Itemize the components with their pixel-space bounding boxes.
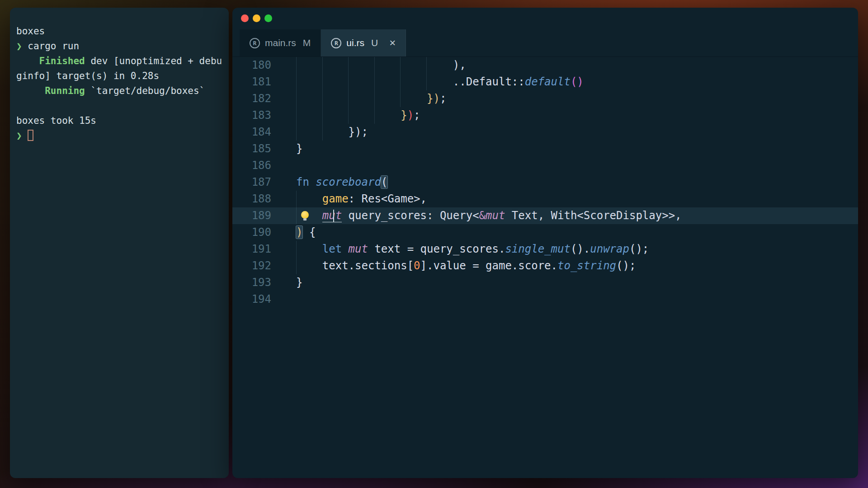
- code-token: fn: [296, 176, 316, 188]
- terminal-line: Finished dev [unoptimized + debu: [16, 54, 224, 69]
- line-number: 186: [232, 157, 271, 174]
- code-token: ();: [616, 259, 636, 272]
- indent-guide: [374, 90, 375, 107]
- terminal-text: ginfo] target(s) in 0.28s: [16, 70, 159, 81]
- code-token: single_mut: [505, 243, 571, 255]
- terminal-text: Finished: [39, 56, 85, 66]
- code-line[interactable]: 187fn scoreboard(: [232, 174, 858, 191]
- code-token: ..Default::: [296, 75, 525, 88]
- minimize-window-button[interactable]: [253, 14, 260, 22]
- terminal-text: took: [45, 115, 79, 126]
- terminal-line: [16, 99, 224, 113]
- code-text: ),: [296, 57, 858, 74]
- code-text: ) {: [296, 224, 858, 241]
- code-token: query_scores: Query<: [342, 209, 479, 222]
- code-line[interactable]: 188 game: Res<Game>,: [232, 191, 858, 207]
- code-token: : Res<Game>,: [349, 192, 427, 205]
- code-token: game: [322, 192, 349, 205]
- code-line[interactable]: 193}: [232, 274, 858, 291]
- line-number: 191: [232, 241, 271, 258]
- code-token: [296, 192, 322, 205]
- indent-guide: [348, 74, 349, 90]
- code-text: fn scoreboard(: [296, 174, 858, 191]
- line-number: 183: [232, 107, 271, 124]
- indent-guide: [322, 107, 323, 124]
- terminal-text: `target/debug/boxes`: [85, 85, 205, 96]
- indent-guide: [400, 74, 401, 90]
- code-token: }: [296, 276, 302, 289]
- lightbulb-icon[interactable]: [301, 211, 309, 219]
- code-token: [296, 243, 322, 255]
- line-number: 187: [232, 174, 271, 191]
- indent-guide: [348, 90, 349, 107]
- code-line[interactable]: 180 ),: [232, 57, 858, 74]
- terminal-text: Running: [45, 85, 85, 96]
- code-line[interactable]: 189 mut query_scores: Query<&mut Text, W…: [232, 207, 858, 224]
- terminal-output[interactable]: boxes❯ cargo run Finished dev [unoptimiz…: [10, 8, 229, 143]
- code-text: ..Default::default(): [296, 74, 858, 90]
- code-text: });: [296, 107, 858, 124]
- code-token: [296, 259, 322, 272]
- code-line[interactable]: 191 let mut text = query_scores.single_m…: [232, 241, 858, 258]
- tab-close-icon[interactable]: ×: [389, 37, 396, 49]
- indent-guide: [426, 57, 427, 74]
- indent-guide: [400, 57, 401, 74]
- code-token: mut: [322, 209, 342, 222]
- indent-guide: [296, 124, 297, 141]
- tab-ui-rs[interactable]: R ui.rs U ×: [321, 29, 406, 56]
- indent-guide: [322, 90, 323, 107]
- code-text: }: [296, 274, 858, 291]
- code-text: });: [296, 90, 858, 107]
- code-token: text = query_scores.: [368, 243, 505, 255]
- terminal-line: boxes took 15s: [16, 113, 224, 128]
- terminal-text: boxes: [16, 26, 45, 37]
- terminal-text: dev [unoptimized + debu: [85, 56, 222, 66]
- close-window-button[interactable]: [241, 14, 249, 22]
- code-token: scoreboard: [316, 176, 381, 188]
- tab-label: main.rs: [265, 38, 296, 48]
- code-text: [296, 157, 858, 174]
- code-line[interactable]: 181 ..Default::default(): [232, 74, 858, 90]
- code-line[interactable]: 185}: [232, 141, 858, 157]
- code-line[interactable]: 184 });: [232, 124, 858, 141]
- code-token: ;: [414, 109, 420, 122]
- line-number: 194: [232, 291, 271, 308]
- code-token: ),: [296, 59, 466, 71]
- code-token: mut: [349, 243, 368, 255]
- code-text: let mut text = query_scores.single_mut()…: [296, 241, 858, 258]
- code-token: 0: [414, 259, 420, 272]
- git-untracked-badge: U: [371, 38, 378, 48]
- code-area[interactable]: 180 ),181 ..Default::default()182 });183…: [232, 57, 858, 308]
- code-line[interactable]: 186: [232, 157, 858, 174]
- code-token: [296, 209, 322, 222]
- terminal-text: ❯: [16, 41, 22, 52]
- code-token: ();: [629, 243, 649, 255]
- line-number: 180: [232, 57, 271, 74]
- terminal-cursor: [28, 130, 33, 141]
- code-text: [296, 291, 858, 308]
- line-number: 190: [232, 224, 271, 241]
- tab-main-rs[interactable]: R main.rs M: [240, 29, 321, 56]
- zoom-window-button[interactable]: [264, 14, 272, 22]
- terminal-text: 15s: [79, 115, 96, 126]
- code-line[interactable]: 183 });: [232, 107, 858, 124]
- code-token: });: [349, 126, 368, 138]
- terminal-line: boxes: [16, 24, 224, 39]
- code-line[interactable]: 182 });: [232, 90, 858, 107]
- rust-icon: R: [250, 38, 260, 48]
- code-line[interactable]: 190) {: [232, 224, 858, 241]
- code-line[interactable]: 192 text.sections[0].value = game.score.…: [232, 258, 858, 274]
- indent-guide: [348, 57, 349, 74]
- code-token: }): [427, 92, 440, 105]
- code-token: {: [302, 226, 316, 239]
- code-token: ): [296, 226, 302, 239]
- terminal-line: ginfo] target(s) in 0.28s: [16, 69, 224, 84]
- indent-guide: [296, 207, 297, 224]
- code-token: ;: [440, 92, 446, 105]
- indent-guide: [296, 57, 297, 74]
- code-line[interactable]: 194: [232, 291, 858, 308]
- code-token: unwrap: [590, 243, 629, 255]
- line-number: 188: [232, 191, 271, 207]
- indent-guide: [296, 191, 297, 207]
- code-token: text.sections[: [322, 259, 414, 272]
